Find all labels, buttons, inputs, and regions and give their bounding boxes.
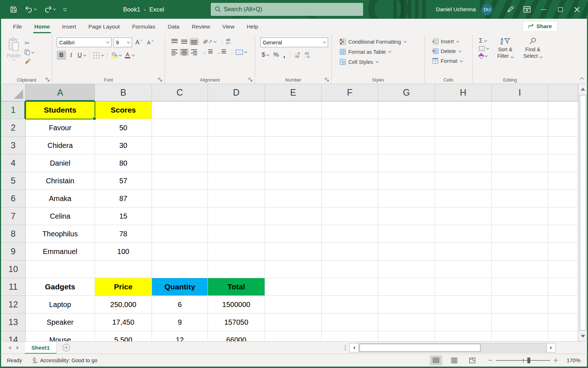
underline-button[interactable]: U (76, 51, 87, 60)
row-header-2[interactable]: 2 (1, 119, 26, 137)
cell-E4[interactable] (265, 154, 322, 172)
tab-formulas[interactable]: Formulas (126, 19, 162, 35)
cell-B5[interactable]: 57 (95, 172, 152, 190)
tab-home[interactable]: Home (28, 19, 56, 35)
cell-D10[interactable] (208, 260, 265, 278)
customize-quick-access-button[interactable] (61, 7, 69, 12)
undo-button[interactable] (23, 4, 38, 15)
cell-F8[interactable] (322, 225, 378, 243)
cell-D12[interactable]: 1500000 (208, 296, 265, 314)
cell-D5[interactable] (208, 172, 265, 190)
cell-A6[interactable]: Amaka (26, 190, 95, 207)
cell-x10[interactable] (548, 260, 578, 278)
cell-B9[interactable]: 100 (95, 243, 152, 260)
cell-styles-button[interactable]: Cell Styles (337, 58, 422, 66)
comma-style-button[interactable]: , (282, 52, 287, 58)
cell-x1[interactable] (548, 101, 578, 119)
cell-G12[interactable] (378, 296, 435, 314)
cell-G4[interactable] (378, 154, 435, 172)
cell-F14[interactable] (322, 331, 378, 341)
row-header-10[interactable]: 10 (1, 260, 26, 278)
select-all-corner[interactable] (1, 84, 26, 101)
redo-button[interactable] (42, 4, 57, 15)
cell-G3[interactable] (378, 137, 435, 154)
cell-C10[interactable] (152, 260, 208, 278)
cell-E1[interactable] (265, 101, 322, 119)
sort-filter-button[interactable]: AZ Sort & Filter (494, 38, 517, 59)
zoom-out-button[interactable] (488, 360, 492, 360)
cell-I12[interactable] (492, 296, 548, 314)
cell-A13[interactable]: Speaker (26, 314, 95, 331)
italic-button[interactable]: I (67, 51, 75, 60)
share-button[interactable]: Share (523, 21, 557, 32)
paste-button[interactable]: Paste (7, 38, 20, 65)
cell-C13[interactable]: 9 (152, 314, 208, 331)
row-header-8[interactable]: 8 (1, 225, 26, 243)
cell-C11[interactable]: Quantity (152, 278, 208, 296)
cell-I1[interactable] (492, 101, 548, 119)
tab-view[interactable]: View (216, 19, 240, 35)
cell-F10[interactable] (322, 260, 378, 278)
cell-B3[interactable]: 30 (95, 137, 152, 154)
cell-B6[interactable]: 87 (95, 190, 152, 207)
column-header-I[interactable]: I (492, 84, 548, 101)
decrease-decimal-button[interactable]: .00→0 (302, 51, 311, 59)
cell-G5[interactable] (378, 172, 435, 190)
column-header-F[interactable]: F (322, 84, 378, 101)
cell-A14[interactable]: Mouse (26, 331, 95, 341)
cell-A11[interactable]: Gadgets (26, 278, 95, 296)
cell-F2[interactable] (322, 119, 378, 137)
cell-E3[interactable] (265, 137, 322, 154)
close-button[interactable] (569, 0, 585, 19)
delete-cells-button[interactable]: Delete (430, 47, 470, 55)
cell-D4[interactable] (208, 154, 265, 172)
cell-x4[interactable] (548, 154, 578, 172)
copy-button[interactable] (23, 49, 35, 56)
zoom-slider[interactable] (496, 360, 550, 361)
tab-review[interactable]: Review (186, 19, 216, 35)
cell-x5[interactable] (548, 172, 578, 190)
wrap-text-button[interactable]: abc↩ (225, 38, 232, 45)
next-sheet-button[interactable] (17, 346, 19, 350)
font-color-button[interactable]: A (123, 51, 136, 60)
align-middle-button[interactable] (180, 38, 189, 45)
cell-H14[interactable] (435, 331, 492, 341)
column-header-partial[interactable] (548, 84, 578, 101)
insert-cells-button[interactable]: Insert (430, 38, 470, 45)
tab-data[interactable]: Data (161, 19, 186, 35)
cell-H2[interactable] (435, 119, 492, 137)
vertical-scrollbar[interactable] (578, 84, 587, 341)
cell-E6[interactable] (265, 190, 322, 207)
cell-F11[interactable] (322, 278, 378, 296)
merge-center-button[interactable]: ↔ (234, 49, 248, 56)
cell-G8[interactable] (378, 225, 435, 243)
cell-I13[interactable] (492, 314, 548, 331)
cut-button[interactable]: ✂ (23, 39, 35, 47)
format-as-table-button[interactable]: Format as Table (337, 48, 422, 56)
zoom-in-button[interactable] (554, 358, 558, 363)
cell-H3[interactable] (435, 137, 492, 154)
cell-H1[interactable] (435, 101, 492, 119)
cell-G7[interactable] (378, 207, 435, 225)
cell-H11[interactable] (435, 278, 492, 296)
row-header-13[interactable]: 13 (1, 314, 26, 331)
percent-style-button[interactable]: % (272, 51, 280, 59)
cell-E10[interactable] (265, 260, 322, 278)
cell-I7[interactable] (492, 207, 548, 225)
cell-D11[interactable]: Total (208, 278, 265, 296)
cell-F5[interactable] (322, 172, 378, 190)
cell-E8[interactable] (265, 225, 322, 243)
cell-F4[interactable] (322, 154, 378, 172)
column-header-B[interactable]: B (95, 84, 152, 101)
cell-x8[interactable] (548, 225, 578, 243)
cell-x9[interactable] (548, 243, 578, 260)
conditional-formatting-button[interactable]: Conditional Formatting (337, 38, 422, 46)
horizontal-scroll-thumb[interactable] (360, 344, 480, 352)
cell-C9[interactable] (152, 243, 208, 260)
cell-H7[interactable] (435, 207, 492, 225)
font-name-combo[interactable]: Calibri (57, 38, 112, 47)
cell-G1[interactable] (378, 101, 435, 119)
cell-H4[interactable] (435, 154, 492, 172)
cell-x2[interactable] (548, 119, 578, 137)
cell-G14[interactable] (378, 331, 435, 341)
